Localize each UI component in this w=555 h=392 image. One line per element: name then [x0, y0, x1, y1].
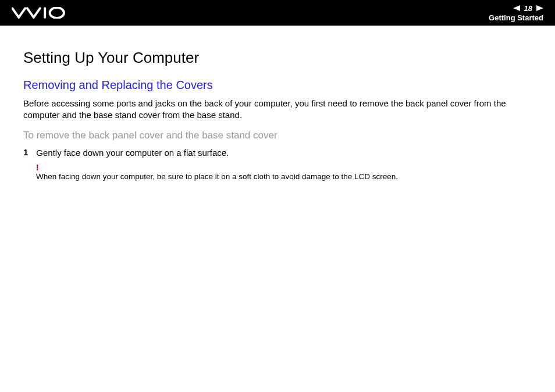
next-page-icon[interactable] — [536, 5, 543, 11]
page-nav: 18 — [513, 4, 543, 13]
header-right: 18 Getting Started — [489, 4, 543, 22]
prev-page-icon[interactable] — [513, 5, 520, 11]
document-content: Setting Up Your Computer Removing and Re… — [0, 26, 555, 181]
svg-point-0 — [50, 8, 64, 18]
page-number: 18 — [522, 4, 534, 13]
vaio-logo — [12, 7, 70, 19]
sub-heading: Removing and Replacing the Covers — [23, 79, 543, 92]
procedure-heading: To remove the back panel cover and the b… — [23, 130, 543, 141]
step-number: 1 — [23, 147, 28, 159]
intro-text: Before accessing some ports and jacks on… — [23, 98, 529, 120]
step-row: 1 Gently face down your computer on a fl… — [23, 147, 543, 159]
caution-mark: ! — [36, 163, 543, 172]
step-text: Gently face down your computer on a flat… — [36, 147, 229, 159]
header-bar: 18 Getting Started — [0, 0, 555, 26]
caution-text: When facing down your computer, be sure … — [36, 172, 543, 182]
caution-block: ! When facing down your computer, be sur… — [36, 163, 543, 182]
main-heading: Setting Up Your Computer — [23, 49, 543, 67]
section-label: Getting Started — [489, 13, 543, 22]
